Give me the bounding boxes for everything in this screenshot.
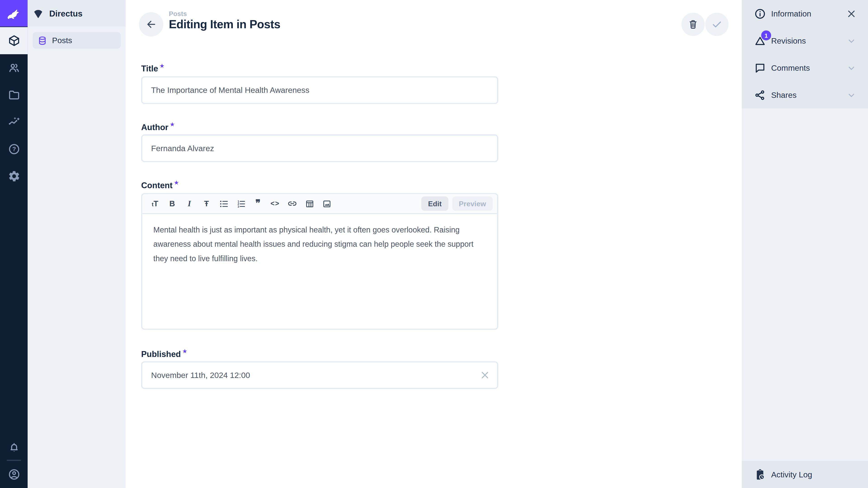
user-avatar-icon (7, 468, 20, 481)
module-content-button[interactable] (0, 27, 28, 54)
insights-icon (7, 116, 20, 128)
title-input[interactable] (141, 76, 498, 104)
drawer-section-shares[interactable]: Shares (742, 81, 868, 108)
svg-text:3: 3 (237, 205, 239, 208)
module-settings-button[interactable] (0, 163, 28, 190)
clear-icon[interactable] (479, 369, 491, 381)
published-field-label: Published★ (141, 349, 187, 359)
database-icon (37, 35, 48, 46)
notifications-button[interactable] (0, 434, 28, 461)
author-field-label: Author★ (141, 122, 175, 132)
project-header[interactable]: Directus (28, 0, 125, 27)
drawer-section-label: Revisions (771, 36, 846, 45)
activity-log-button[interactable]: Activity Log (742, 461, 868, 488)
strikethrough-icon[interactable]: Ŧ (199, 196, 214, 211)
main-content: Posts Editing Item in Posts Title★ Autho… (126, 0, 742, 488)
published-field (141, 361, 498, 389)
users-icon (7, 61, 20, 74)
sidebar-item-label: Posts (52, 36, 72, 45)
required-marker: ★ (170, 122, 175, 127)
info-icon (754, 7, 766, 20)
close-icon[interactable] (846, 8, 857, 19)
check-icon (711, 18, 723, 31)
share-icon (754, 89, 766, 101)
account-button[interactable] (0, 461, 28, 488)
gear-icon (7, 170, 20, 183)
revisions-icon: 1 (754, 35, 766, 47)
activity-log-icon (754, 468, 766, 481)
directus-logo-button[interactable] (0, 0, 28, 27)
drawer-section-information[interactable]: Information (742, 0, 868, 27)
trash-icon (688, 19, 699, 30)
sidebar-item-posts[interactable]: Posts (33, 32, 121, 48)
revisions-count-badge: 1 (761, 30, 771, 40)
title-field-label: Title★ (141, 63, 164, 73)
published-input[interactable] (141, 361, 498, 389)
chevron-down-icon[interactable] (846, 90, 857, 101)
arrow-left-icon (145, 18, 157, 31)
link-icon[interactable] (285, 196, 300, 211)
heading-icon[interactable]: tT (148, 196, 162, 211)
module-docs-button[interactable]: ? (0, 135, 28, 163)
bell-icon (7, 441, 20, 454)
drawer-section-revisions[interactable]: 1 Revisions (742, 27, 868, 54)
nav-sidebar: Directus Posts (28, 0, 125, 488)
page-title: Editing Item in Posts (169, 18, 280, 31)
right-drawer: Information 1 Revisions Comm (742, 0, 868, 488)
italic-icon[interactable]: I (182, 196, 197, 211)
delete-button[interactable] (682, 13, 705, 36)
bold-icon[interactable]: B (165, 196, 180, 211)
code-icon[interactable]: <> (268, 196, 282, 211)
help-icon: ? (7, 143, 20, 156)
folder-icon (7, 89, 20, 101)
module-bar: ? (0, 0, 28, 488)
drawer-sections: Information 1 Revisions Comm (742, 0, 868, 108)
author-input[interactable] (141, 134, 498, 162)
comment-icon (754, 62, 766, 74)
svg-text:?: ? (12, 146, 16, 153)
drawer-section-label: Shares (771, 90, 846, 99)
breadcrumb[interactable]: Posts (169, 10, 187, 18)
back-button[interactable] (139, 12, 163, 37)
numbered-list-icon[interactable]: 123 (234, 196, 248, 211)
drawer-section-label: Information (771, 9, 846, 18)
box-icon (7, 34, 20, 47)
content-textarea[interactable]: Mental health is just as important as ph… (142, 214, 497, 275)
save-button[interactable] (705, 13, 728, 36)
required-marker: ★ (160, 63, 164, 68)
fan-icon (32, 7, 44, 20)
required-marker: ★ (182, 349, 187, 354)
required-marker: ★ (174, 180, 179, 185)
chevron-down-icon[interactable] (846, 62, 857, 73)
project-name: Directus (49, 8, 83, 18)
chevron-down-icon[interactable] (846, 35, 857, 46)
module-user-directory-button[interactable] (0, 54, 28, 81)
editor-toolbar: tT B I Ŧ 123 ❞ <> (142, 194, 497, 214)
module-insights-button[interactable] (0, 108, 28, 135)
image-icon[interactable] (319, 196, 334, 211)
activity-log-label: Activity Log (771, 470, 812, 479)
drawer-section-comments[interactable]: Comments (742, 54, 868, 81)
tab-preview[interactable]: Preview (452, 196, 493, 211)
table-icon[interactable] (302, 196, 317, 211)
content-field-label: Content★ (141, 180, 179, 190)
tab-edit[interactable]: Edit (421, 196, 448, 211)
app: ? Directus (0, 0, 868, 488)
module-file-library-button[interactable] (0, 81, 28, 108)
rabbit-icon (5, 4, 23, 22)
drawer-section-label: Comments (771, 63, 846, 72)
bulleted-list-icon[interactable] (217, 196, 231, 211)
blockquote-icon[interactable]: ❞ (251, 196, 265, 211)
markdown-editor: tT B I Ŧ 123 ❞ <> (141, 193, 498, 330)
